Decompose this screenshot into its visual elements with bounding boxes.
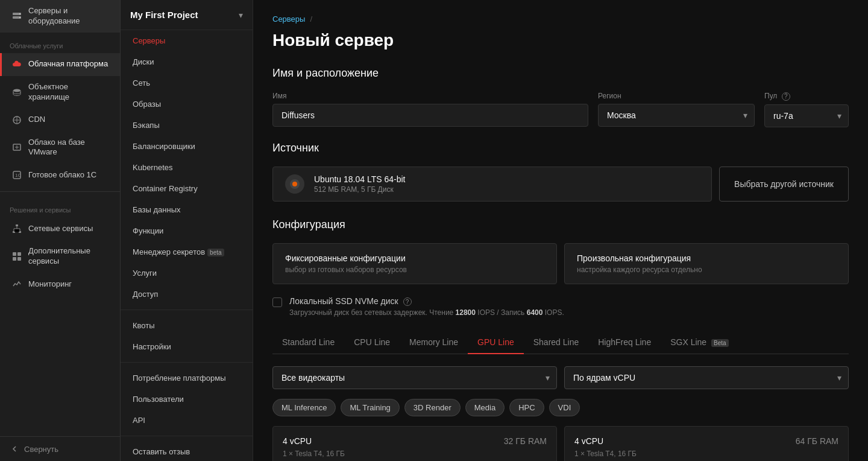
tag-hpc[interactable]: HPC: [509, 399, 544, 416]
sidebar-item-cdn[interactable]: CDN: [0, 109, 120, 132]
sgx-beta-badge: Beta: [711, 339, 729, 347]
project-nav-services[interactable]: Услуги: [121, 262, 253, 284]
project-nav-disks[interactable]: Диски: [121, 51, 253, 72]
region-label: Регион: [598, 92, 755, 100]
nvme-info-icon[interactable]: ?: [403, 297, 412, 306]
name-input[interactable]: [272, 104, 588, 127]
sidebar-item-vmware[interactable]: Облако на базе VMware: [0, 132, 120, 164]
tabs-row: Standard Line CPU Line Memory Line GPU L…: [272, 331, 849, 354]
filters-row: Все видеокарты По ядрам vCPU: [272, 366, 849, 389]
project-nav-secrets[interactable]: Менеджер секретовbeta: [121, 241, 253, 262]
sidebar-item-object-storage[interactable]: Объектное хранилище: [0, 76, 120, 109]
config-custom-card[interactable]: Произвольная конфигурация настройка кажд…: [564, 243, 849, 284]
breadcrumb-servers-link[interactable]: Серверы: [272, 14, 305, 24]
tab-cpu[interactable]: CPU Line: [344, 331, 400, 354]
sidebar-item-1c[interactable]: 1С Готовое облако 1С: [0, 164, 120, 186]
project-nav-users[interactable]: Пользователи: [121, 389, 253, 410]
tab-sgx[interactable]: SGX Line Beta: [661, 331, 738, 354]
project-nav-container-registry[interactable]: Container Registry: [121, 178, 253, 199]
tab-highfreq[interactable]: HighFreq Line: [588, 331, 661, 354]
sidebar-item-servers[interactable]: Серверы и оборудование: [0, 0, 120, 33]
secrets-beta-badge: beta: [207, 249, 224, 256]
region-select-wrapper: Москва: [598, 104, 755, 127]
server-card-0[interactable]: 4 vCPU 32 ГБ RAM 1 × Tesla T4, 16 ГБ: [272, 426, 557, 461]
server-card-0-top: 4 vCPU 32 ГБ RAM: [283, 436, 547, 446]
nvme-checkbox[interactable]: [272, 297, 282, 307]
sidebar-item-network-label: Сетевые сервисы: [28, 224, 93, 234]
region-group: Регион Москва: [598, 92, 755, 127]
tab-memory[interactable]: Memory Line: [400, 331, 468, 354]
vmware-icon: [11, 142, 22, 153]
breadcrumb-separator: /: [310, 14, 312, 24]
svg-point-17: [292, 182, 297, 186]
svg-point-3: [19, 17, 20, 18]
collapse-label: Свернуть: [24, 445, 58, 454]
sidebar-item-servers-label: Серверы и оборудование: [28, 6, 110, 27]
region-select[interactable]: Москва: [598, 104, 755, 127]
project-divider-2: [121, 362, 253, 363]
sidebar-item-network-services[interactable]: Сетевые сервисы: [0, 217, 120, 240]
project-nav-platform-consumption[interactable]: Потребление платформы: [121, 367, 253, 389]
sidebar-item-cloud-platform[interactable]: Облачная платформа: [0, 53, 120, 76]
project-nav-kubernetes[interactable]: Kubernetes: [121, 157, 253, 178]
project-nav-servers[interactable]: Серверы: [121, 30, 253, 51]
tag-vdi[interactable]: VDI: [549, 399, 580, 416]
tab-standard[interactable]: Standard Line: [272, 331, 344, 354]
main-content: Серверы / Новый сервер Имя и расположени…: [253, 0, 868, 461]
choose-source-button[interactable]: Выбрать другой источник: [719, 167, 849, 202]
sidebar-bottom: Свернуть: [0, 436, 120, 461]
project-nav-settings[interactable]: Настройки: [121, 336, 253, 357]
svg-text:1С: 1С: [15, 173, 21, 178]
sidebar-item-monitoring[interactable]: Мониторинг: [0, 273, 120, 296]
left-sidebar: Серверы и оборудование Облачные услуги О…: [0, 0, 121, 461]
nvme-label: Локальный SSD NVMe диск ?: [289, 296, 564, 307]
svg-rect-9: [16, 224, 18, 226]
nvme-text: Локальный SSD NVMe диск ? Загрузочный ди…: [289, 296, 564, 317]
project-nav-access[interactable]: Доступ: [121, 284, 253, 305]
divider-1: [0, 191, 120, 192]
tab-gpu[interactable]: GPU Line: [468, 331, 524, 354]
sidebar-item-vmware-label: Облако на базе VMware: [28, 138, 110, 158]
pool-select-wrapper: ru-7a: [764, 104, 849, 127]
svg-point-4: [13, 89, 20, 92]
pool-info-icon[interactable]: ?: [782, 92, 790, 101]
project-nav-balancers[interactable]: Балансировщики: [121, 136, 253, 157]
tag-3d-render[interactable]: 3D Render: [404, 399, 461, 416]
os-name: Ubuntu 18.04 LTS 64-bit: [314, 174, 699, 184]
name-section-title: Имя и расположение: [272, 67, 849, 80]
cloud-services-label: Облачные услуги: [0, 33, 120, 53]
project-nav-images[interactable]: Образы: [121, 94, 253, 115]
config-fixed-title: Фиксированные конфигурации: [285, 253, 544, 263]
project-dropdown-icon[interactable]: ▾: [239, 10, 243, 20]
server-card-1-ram: 64 ГБ RAM: [796, 436, 838, 446]
config-fixed-card[interactable]: Фиксированные конфигурации выбор из гото…: [272, 243, 557, 284]
os-icon: [285, 174, 304, 194]
server-card-1[interactable]: 4 vCPU 64 ГБ RAM 1 × Tesla T4, 16 ГБ: [564, 426, 849, 461]
server-card-1-top: 4 vCPU 64 ГБ RAM: [574, 436, 838, 446]
tag-ml-training[interactable]: ML Training: [341, 399, 399, 416]
project-nav-feedback[interactable]: Оставить отзыв: [121, 441, 253, 461]
server-card-0-spec: 1 × Tesla T4, 16 ГБ: [283, 450, 547, 458]
project-nav-functions[interactable]: Функции: [121, 220, 253, 241]
sidebar-item-additional[interactable]: Дополнительные сервисы: [0, 240, 120, 273]
project-nav-network[interactable]: Сеть: [121, 72, 253, 94]
project-nav-databases[interactable]: Базы данных: [121, 199, 253, 220]
svg-point-2: [19, 13, 20, 14]
tag-ml-inference[interactable]: ML Inference: [272, 399, 336, 416]
additional-icon: [11, 251, 22, 262]
tab-shared[interactable]: Shared Line: [524, 331, 589, 354]
server-card-0-ram: 32 ГБ RAM: [504, 436, 547, 446]
server-icon: [11, 11, 22, 22]
project-nav-api[interactable]: API: [121, 410, 253, 431]
gpu-filter-select[interactable]: Все видеокарты: [272, 366, 557, 389]
project-nav-backups[interactable]: Бэкапы: [121, 115, 253, 136]
svg-rect-14: [13, 257, 16, 261]
sidebar-item-storage-label: Объектное хранилище: [28, 82, 110, 103]
collapse-button[interactable]: Свернуть: [10, 444, 110, 454]
pool-select[interactable]: ru-7a: [764, 104, 849, 127]
project-nav-quotas[interactable]: Квоты: [121, 315, 253, 336]
pool-label: Пул ?: [764, 92, 849, 101]
solutions-label: Решения и сервисы: [0, 197, 120, 217]
sort-select[interactable]: По ядрам vCPU: [564, 366, 849, 389]
tag-media[interactable]: Media: [465, 399, 505, 416]
